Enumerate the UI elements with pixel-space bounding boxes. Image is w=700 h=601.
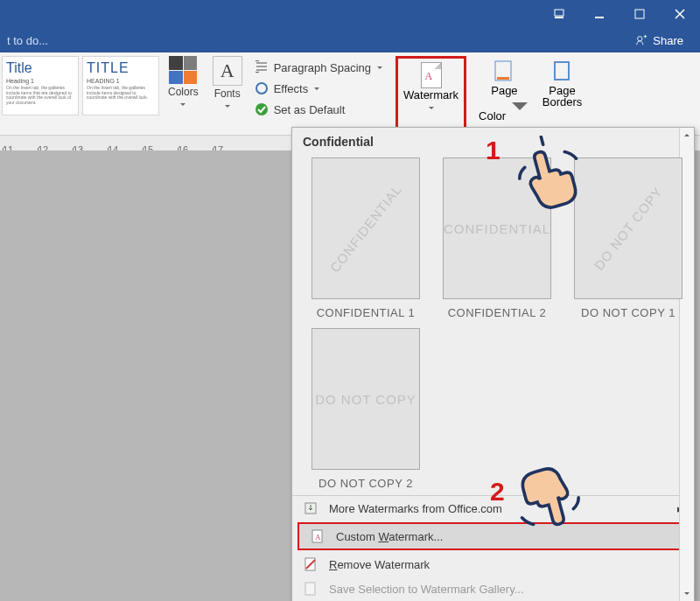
svg-rect-2 — [595, 17, 604, 18]
style2-heading: HEADING 1 — [87, 78, 155, 84]
save-gallery-icon — [303, 581, 318, 597]
colors-button[interactable]: Colors — [161, 56, 206, 111]
annotation-2: 2 — [490, 477, 505, 507]
check-circle-icon — [255, 102, 269, 116]
thumbnail-caption: CONFIDENTIAL 2 — [448, 306, 547, 319]
paragraph-spacing-icon — [255, 60, 269, 74]
chevron-down-icon — [376, 61, 383, 74]
svg-rect-1 — [555, 17, 564, 18]
remove-watermark-icon — [303, 556, 318, 572]
svg-rect-9 — [555, 62, 569, 80]
page-color-button[interactable]: Page Color — [479, 59, 530, 122]
paragraph-spacing-button[interactable]: Paragraph Spacing — [253, 58, 383, 77]
set-default-label: Set as Default — [274, 103, 346, 116]
watermark-button[interactable]: A Watermark — [396, 56, 466, 133]
custom-watermark-icon: A — [310, 528, 326, 544]
watermark-text: CONFIDENTIAL — [444, 221, 550, 236]
style2-body: On the Insert tab, the galleries include… — [87, 86, 155, 101]
page-borders-icon — [552, 59, 573, 84]
paragraph-spacing-label: Paragraph Spacing — [274, 61, 371, 74]
set-as-default-button[interactable]: Set as Default — [253, 100, 383, 119]
ribbon-display-options[interactable] — [539, 0, 579, 28]
custom-watermark-item[interactable]: A Custom Watermark... — [298, 522, 689, 550]
fonts-icon: A — [213, 56, 242, 86]
watermark-text: DO NOT COPY — [312, 392, 419, 407]
svg-point-6 — [256, 103, 268, 115]
style1-heading: Heading 1 — [6, 78, 74, 84]
pointer-hand-2 — [508, 462, 586, 543]
save-selection-label: Save Selection to Watermark Gallery... — [329, 583, 524, 596]
page-color-icon — [494, 59, 514, 84]
page-borders-button[interactable]: Page Borders — [542, 59, 583, 122]
thumbnail-page: CONFIDENTIAL — [312, 157, 420, 299]
chevron-down-icon — [683, 591, 690, 598]
chevron-down-icon — [428, 101, 435, 115]
page-color-label2: Color — [479, 109, 506, 122]
svg-point-5 — [256, 83, 267, 94]
fonts-button[interactable]: A Fonts — [206, 56, 249, 113]
close-button[interactable] — [660, 0, 700, 28]
chevron-down-icon — [313, 82, 320, 95]
svg-rect-0 — [555, 10, 564, 16]
share-button[interactable]: Share — [626, 29, 693, 52]
thumbnail-caption: DO NOT COPY 2 — [318, 477, 413, 490]
watermark-option-confidential-1[interactable]: CONFIDENTIAL CONFIDENTIAL 1 — [304, 157, 427, 319]
watermark-option-donotcopy-2[interactable]: DO NOT COPY DO NOT COPY 2 — [304, 328, 427, 490]
share-icon — [635, 34, 648, 46]
style2-title: TITLE — [87, 60, 155, 76]
custom-watermark-label: Custom Watermark... — [336, 530, 443, 543]
svg-rect-3 — [635, 10, 644, 18]
effects-button[interactable]: Effects — [253, 79, 383, 98]
watermark-text: CONFIDENTIAL — [327, 182, 405, 276]
watermark-icon: A — [421, 62, 442, 88]
chevron-up-icon — [683, 131, 690, 138]
tell-me-field[interactable]: t to do... — [7, 34, 48, 47]
share-label: Share — [653, 34, 683, 47]
fonts-label: Fonts — [214, 87, 241, 100]
titlebar — [0, 0, 700, 28]
pointer-hand-1 — [512, 136, 591, 217]
maximize-button[interactable] — [620, 0, 660, 28]
style-preview-1[interactable]: Title Heading 1 On the Insert tab, the g… — [2, 56, 79, 115]
thumbnail-caption: DO NOT COPY 1 — [581, 306, 676, 319]
style-preview-2[interactable]: TITLE HEADING 1 On the Insert tab, the g… — [82, 56, 159, 115]
page-borders-label2: Borders — [542, 95, 583, 108]
svg-rect-14 — [305, 583, 315, 595]
svg-point-4 — [638, 37, 642, 41]
colors-icon — [169, 56, 197, 84]
more-watermarks-label: More Watermarks from Office.com — [329, 502, 502, 515]
style1-body: On the Insert tab, the galleries include… — [6, 86, 74, 105]
minimize-button[interactable] — [579, 0, 620, 28]
page-background-group: Page Color Page Borders — [479, 56, 582, 122]
svg-rect-8 — [497, 77, 509, 80]
blue-band: t to do... Share — [0, 28, 700, 52]
remove-watermark-item[interactable]: Remove Watermark — [292, 552, 694, 577]
effects-icon — [255, 81, 269, 95]
chevron-down-icon — [179, 98, 186, 111]
gallery-menu: More Watermarks from Office.com ▸ A Cust… — [292, 495, 694, 601]
ribbon: Title Heading 1 On the Insert tab, the g… — [0, 52, 700, 136]
remove-watermark-label: Remove Watermark — [329, 558, 430, 571]
watermark-label: Watermark — [403, 88, 458, 101]
chevron-down-icon — [509, 109, 530, 122]
thumbnail-page: DO NOT COPY — [312, 328, 420, 470]
chevron-down-icon — [224, 100, 231, 113]
watermark-gallery: Confidential CONFIDENTIAL CONFIDENTIAL 1… — [291, 127, 695, 601]
thumbnail-caption: CONFIDENTIAL 1 — [317, 306, 416, 319]
effects-label: Effects — [274, 82, 309, 95]
colors-label: Colors — [168, 86, 199, 98]
download-icon — [303, 500, 318, 516]
watermark-text: DO NOT COPY — [590, 182, 668, 276]
save-selection-item: Save Selection to Watermark Gallery... — [292, 577, 694, 601]
svg-text:A: A — [315, 533, 321, 542]
style1-title: Title — [6, 60, 74, 76]
annotation-1: 1 — [486, 136, 500, 165]
